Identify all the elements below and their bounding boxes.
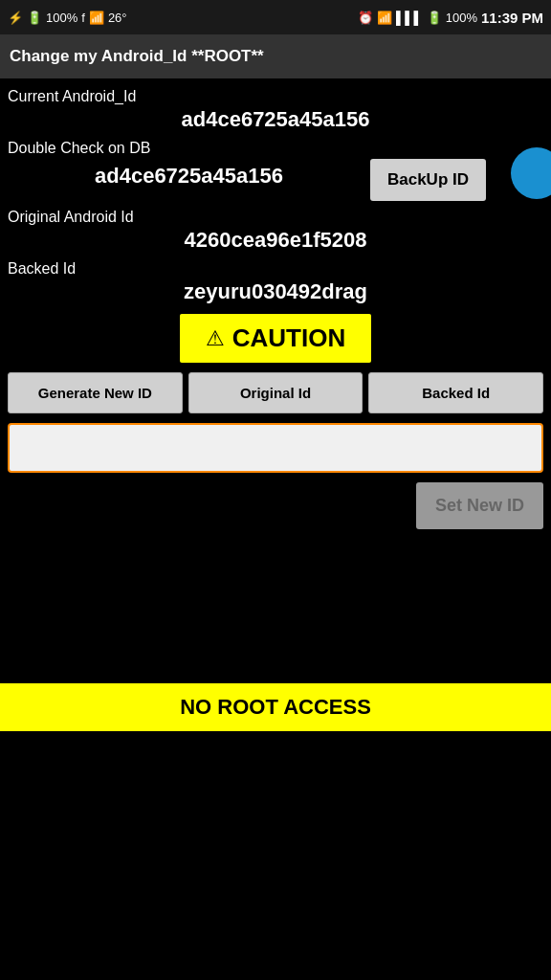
main-content: Current Android_Id ad4ce6725a45a156 Doub… <box>0 78 551 539</box>
backed-id-label: Backed Id <box>8 260 543 278</box>
original-id-button[interactable]: Original Id <box>188 372 364 413</box>
backed-id-button[interactable]: Backed Id <box>368 372 543 413</box>
current-android-id-value: ad4ce6725a45a156 <box>8 107 543 132</box>
original-android-id-label: Original Android Id <box>8 209 543 226</box>
battery-percent: 100% <box>46 11 77 25</box>
action-buttons-row: Generate New ID Original Id Backed Id <box>8 372 543 413</box>
double-check-value: ad4ce6725a45a156 <box>8 164 370 189</box>
data-icon: 📶 <box>89 11 104 25</box>
double-check-label: Double Check on DB <box>8 140 543 157</box>
battery-icon: 🔋 <box>27 11 42 25</box>
set-new-id-button[interactable]: Set New ID <box>416 482 543 529</box>
battery-full-percent: 100% <box>446 11 477 25</box>
warning-icon: ⚠ <box>206 326 225 351</box>
backed-id-value: zeyuru030492drag <box>8 279 543 304</box>
temp-text: 26° <box>108 11 127 25</box>
facebook-icon: f <box>81 11 85 25</box>
alarm-icon: ⏰ <box>358 11 373 25</box>
battery-full: 🔋 <box>427 11 442 25</box>
no-root-access-bar: NO ROOT ACCESS <box>0 683 551 731</box>
app-title: Change my Android_Id **ROOT** <box>10 47 264 66</box>
original-android-id-value: 4260cea96e1f5208 <box>8 228 543 253</box>
no-root-text: NO ROOT ACCESS <box>180 695 371 719</box>
clock: 11:39 PM <box>481 10 543 26</box>
generate-new-id-button[interactable]: Generate New ID <box>8 372 183 413</box>
status-left: ⚡ 🔋 100% f 📶 26° <box>8 11 127 25</box>
usb-icon: ⚡ <box>8 11 23 25</box>
backup-id-button[interactable]: BackUp ID <box>370 159 486 201</box>
title-bar: Change my Android_Id **ROOT** <box>0 34 551 78</box>
status-bar: ⚡ 🔋 100% f 📶 26° ⏰ 📶 ▌▌▌ 🔋 100% 11:39 PM <box>0 0 551 34</box>
current-android-id-label: Current Android_Id <box>8 88 543 105</box>
status-right: ⏰ 📶 ▌▌▌ 🔋 100% 11:39 PM <box>358 10 543 26</box>
new-id-input[interactable] <box>8 423 543 473</box>
signal-bars: ▌▌▌ <box>396 11 423 25</box>
caution-box: ⚠ CAUTION <box>180 314 371 363</box>
caution-text: CAUTION <box>232 323 345 353</box>
set-new-id-row: Set New ID <box>8 482 543 529</box>
wifi-icon: 📶 <box>377 11 392 25</box>
backup-circle-decoration <box>511 147 551 199</box>
